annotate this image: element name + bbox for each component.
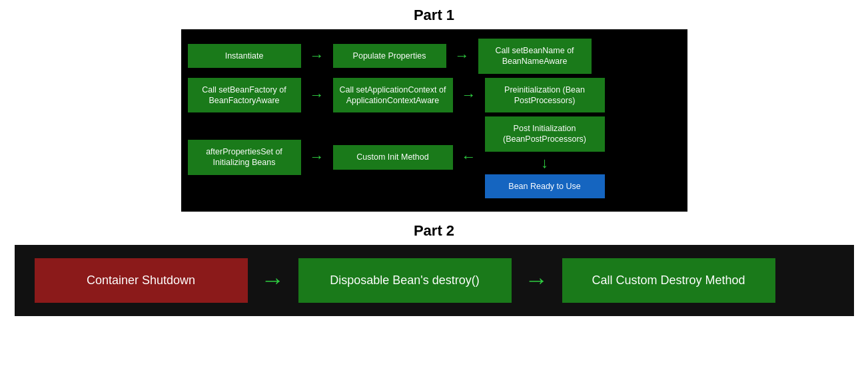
arrow-p2-1: → — [261, 266, 285, 294]
box-custom-destroy: Call Custom Destroy Method — [562, 258, 775, 303]
row3-wrap: afterPropertiesSet of Initializing Beans… — [188, 116, 681, 198]
box-preinit: Preinitialization (Bean PostProcessors) — [485, 78, 605, 113]
box-setbeanname: Call setBeanName of BeanNameAware — [478, 39, 592, 74]
arrow1-2: → — [450, 47, 474, 65]
part2-diagram: Container Shutdown → Disposable Bean's d… — [15, 245, 854, 316]
box-destroy: Disposable Bean's destroy() — [298, 258, 512, 303]
box-beanready: Bean Ready to Use — [485, 174, 605, 198]
arrow3-1: → — [305, 148, 329, 166]
box-setappcontext: Call setApplicationContext of Applicatio… — [333, 78, 453, 113]
box-instantiate: Instantiate — [188, 44, 301, 68]
arrow1-1: → — [305, 47, 329, 65]
arrow-p2-2: → — [525, 266, 549, 294]
page: Part 1 Instantiate → Populate Properties… — [0, 0, 868, 323]
part1-diagram: Instantiate → Populate Properties → Call… — [181, 29, 687, 212]
box-setbeanfactory: Call setBeanFactory of BeanFactoryAware — [188, 78, 301, 113]
box-afterprops: afterPropertiesSet of Initializing Beans — [188, 140, 301, 175]
box-shutdown: Container Shutdown — [35, 258, 248, 303]
part1-title: Part 1 — [414, 7, 454, 24]
arrow3-2-left: ← — [457, 148, 481, 166]
box-custominit: Custom Init Method — [333, 145, 453, 169]
part2-title: Part 2 — [414, 222, 454, 240]
row1: Instantiate → Populate Properties → Call… — [188, 39, 681, 74]
col3-group: Post Initialization (BeanPostProcessors)… — [485, 116, 605, 198]
arrow2-1: → — [305, 87, 329, 104]
box-populate: Populate Properties — [333, 44, 446, 68]
box-postinit: Post Initialization (BeanPostProcessors) — [485, 116, 605, 152]
row2-wrap: Call setBeanFactory of BeanFactoryAware … — [188, 78, 681, 113]
arrow2-2: → — [457, 87, 481, 104]
arrow-down: ↓ — [541, 154, 548, 172]
part2-outer: Container Shutdown → Disposable Bean's d… — [15, 245, 854, 316]
